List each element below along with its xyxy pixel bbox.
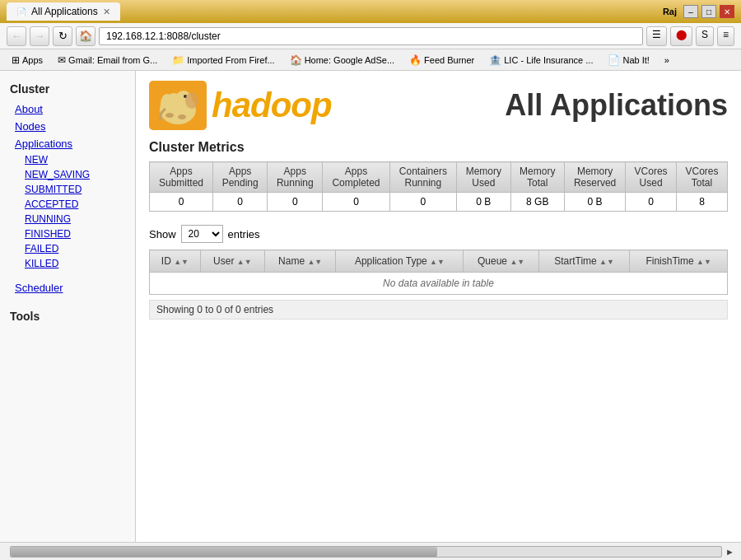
data-table: ID ▲▼ User ▲▼ Name ▲▼ Application Type ▲… [149, 250, 728, 295]
id-sort-icon: ▲▼ [174, 258, 189, 266]
cluster-metrics-title: Cluster Metrics [149, 140, 728, 155]
page-title: All Applications [505, 88, 728, 123]
svg-point-6 [178, 114, 186, 119]
sidebar-item-nodes[interactable]: Nodes [0, 118, 135, 135]
browser-tab[interactable]: 📄 All Applications ✕ [7, 2, 120, 21]
metric-val-memory-reserved: 0 B [565, 193, 626, 212]
apptype-sort-icon: ▲▼ [430, 258, 445, 266]
reload-button[interactable]: ↻ [53, 26, 72, 46]
col-queue[interactable]: Queue ▲▼ [464, 250, 538, 273]
feedburner-label: Feed Burner [424, 55, 474, 65]
metric-col-memory-total: MemoryTotal [510, 162, 564, 193]
sidebar-item-about[interactable]: About [0, 100, 135, 118]
close-button[interactable]: ✕ [720, 5, 734, 18]
tools-section-title: Tools [0, 305, 135, 328]
metric-col-apps-pending: AppsPending [213, 162, 268, 193]
forward-button[interactable]: → [30, 26, 49, 46]
home-google-icon: 🏠 [290, 54, 302, 66]
sidebar-item-accepted[interactable]: ACCEPTED [0, 197, 135, 212]
bookmark-feedburner[interactable]: 🔥 Feed Burner [403, 53, 481, 68]
col-name[interactable]: Name ▲▼ [264, 250, 335, 273]
col-starttime[interactable]: StartTime ▲▼ [538, 250, 629, 273]
browser-content: Cluster About Nodes Applications NEW NEW… [0, 71, 741, 542]
show-label: Show [149, 228, 176, 240]
metric-val-vcores-used: 0 [626, 193, 677, 212]
sidebar-item-applications[interactable]: Applications [0, 135, 135, 152]
user-sort-icon: ▲▼ [237, 258, 252, 266]
col-finishtime[interactable]: FinishTime ▲▼ [630, 250, 728, 273]
sidebar-item-scheduler[interactable]: Scheduler [0, 279, 135, 296]
cluster-section-title: Cluster [0, 77, 135, 100]
hadoop-elephant-icon [149, 81, 207, 130]
metric-val-apps-running: 0 [268, 193, 323, 212]
nav-bar: ← → ↻ 🏠 ☰ ⬤ S ≡ [0, 23, 741, 49]
no-data-row: No data available in table [150, 273, 728, 295]
bookmark-gmail[interactable]: ✉ Gmail: Email from G... [51, 53, 164, 68]
extensions-button[interactable]: ☰ [646, 26, 667, 46]
show-entries-select[interactable]: 20 50 100 [181, 225, 223, 243]
minimize-button[interactable]: – [683, 5, 698, 18]
metric-val-apps-pending: 0 [213, 193, 268, 212]
sidebar-item-new-saving[interactable]: NEW_SAVING [0, 167, 135, 182]
gmail-bookmark-icon: ✉ [58, 54, 66, 66]
table-controls: Show 20 50 100 entries [149, 225, 728, 243]
nabit-label: Nab It! [622, 55, 649, 65]
bookmark-more[interactable]: » [658, 54, 676, 67]
sidebar-item-finished[interactable]: FINISHED [0, 226, 135, 241]
metric-val-memory-used: 0 B [457, 193, 510, 212]
bookmark-home-google[interactable]: 🏠 Home: Google AdSe... [283, 53, 401, 68]
sidebar-item-failed[interactable]: FAILED [0, 241, 135, 256]
status-bar: ► [0, 542, 741, 560]
sidebar-item-submitted[interactable]: SUBMITTED [0, 182, 135, 197]
bookmark-lic[interactable]: 🏦 LIC - Life Insurance ... [482, 53, 599, 68]
sidebar-item-new[interactable]: NEW [0, 152, 135, 167]
metric-val-apps-completed: 0 [323, 193, 389, 212]
page-content: hadoop All Applications Cluster Metrics … [136, 71, 741, 542]
nabit-icon: 📄 [608, 54, 620, 66]
stop-button[interactable]: ⬤ [670, 26, 692, 46]
maximize-button[interactable]: □ [701, 5, 716, 18]
more-bookmarks-label: » [664, 55, 669, 65]
col-id[interactable]: ID ▲▼ [150, 250, 201, 273]
horizontal-scrollbar[interactable] [10, 546, 722, 558]
finishtime-sort-icon: ▲▼ [697, 258, 711, 266]
lic-label: LIC - Life Insurance ... [504, 55, 593, 65]
scroll-right-arrow[interactable]: ► [725, 547, 734, 557]
sidebar: Cluster About Nodes Applications NEW NEW… [0, 71, 136, 542]
metric-col-memory-used: MemoryUsed [457, 162, 510, 193]
bookmark-apps[interactable]: ⊞ Apps [5, 53, 49, 68]
col-user[interactable]: User ▲▼ [200, 250, 264, 273]
no-data-cell: No data available in table [150, 273, 728, 295]
title-bar-left: 📄 All Applications ✕ [7, 2, 120, 21]
address-bar[interactable] [99, 27, 643, 45]
entries-label: entries [228, 228, 260, 240]
metric-col-vcores-used: VCoresUsed [626, 162, 677, 193]
metric-col-containers-running: ContainersRunning [389, 162, 456, 193]
name-sort-icon: ▲▼ [307, 258, 322, 266]
sidebar-item-running[interactable]: RUNNING [0, 212, 135, 226]
title-bar: 📄 All Applications ✕ Raj – □ ✕ [0, 0, 741, 23]
sidebar-item-killed[interactable]: KILLED [0, 256, 135, 271]
bookmark-imported[interactable]: 📁 Imported From Firef... [165, 53, 281, 68]
bookmark-nabit[interactable]: 📄 Nab It! [601, 53, 655, 68]
apps-bookmark-label: Apps [22, 55, 43, 65]
scrollbar-thumb [11, 547, 437, 557]
header-area: hadoop All Applications [149, 81, 728, 130]
queue-sort-icon: ▲▼ [510, 258, 524, 266]
user-label: Raj [663, 7, 677, 16]
imported-bookmark-label: Imported From Firef... [187, 55, 274, 65]
metric-val-apps-submitted: 0 [150, 193, 213, 212]
tab-close-button[interactable]: ✕ [103, 7, 110, 17]
window-controls: Raj – □ ✕ [663, 5, 734, 18]
lic-icon: 🏦 [489, 54, 501, 66]
metric-val-vcores-total: 8 [677, 193, 728, 212]
imported-bookmark-icon: 📁 [172, 54, 184, 66]
home-button[interactable]: 🏠 [76, 26, 96, 46]
starttime-sort-icon: ▲▼ [599, 258, 614, 266]
menu-button[interactable]: ≡ [717, 26, 734, 46]
sync-button[interactable]: S [696, 26, 714, 46]
svg-point-5 [165, 113, 174, 118]
col-application-type[interactable]: Application Type ▲▼ [336, 250, 464, 273]
back-button[interactable]: ← [7, 26, 26, 46]
tab-icon: 📄 [16, 7, 26, 16]
